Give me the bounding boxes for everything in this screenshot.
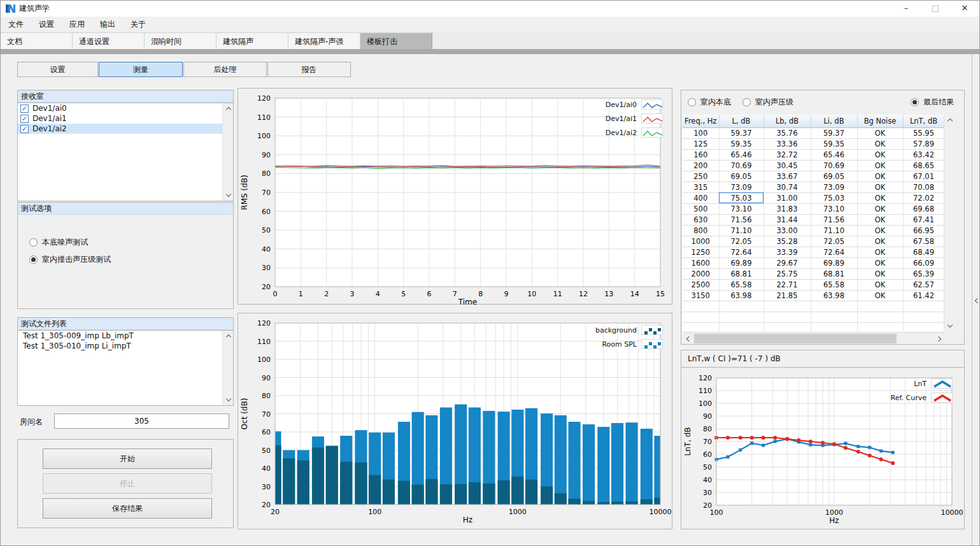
table-cell[interactable]: 70.69	[811, 160, 857, 171]
test-option[interactable]: 室内撞击声压级测试	[29, 251, 233, 268]
collapse-panel-arrow[interactable]	[974, 298, 979, 303]
table-cell[interactable]	[683, 301, 719, 312]
table-cell[interactable]: 800	[683, 225, 719, 236]
start-button[interactable]: 开始	[43, 449, 212, 469]
table-cell[interactable]: 1600	[683, 257, 719, 268]
table-cell[interactable]	[857, 312, 903, 322]
checkbox-icon[interactable]: ✓	[20, 115, 29, 123]
table-cell[interactable]: 69.05	[811, 171, 857, 182]
table-cell[interactable]	[811, 322, 857, 331]
menu-file[interactable]: 文件	[1, 17, 31, 32]
table-cell[interactable]: 68.65	[903, 160, 944, 171]
table-cell[interactable]: 75.03	[719, 192, 763, 203]
table-cell[interactable]: 65.39	[903, 268, 944, 279]
receiver-list-scrollbar[interactable]	[222, 103, 233, 201]
subtab-setup[interactable]: 设置	[17, 62, 98, 77]
table-cell[interactable]: 69.05	[719, 171, 763, 182]
table-cell[interactable]: 65.46	[719, 149, 763, 160]
side-splitter[interactable]	[972, 54, 980, 546]
table-cell[interactable]: 57.89	[903, 138, 944, 149]
checkbox-icon[interactable]: ✓	[20, 104, 29, 113]
menu-settings[interactable]: 设置	[31, 17, 62, 32]
room-name-input[interactable]	[54, 413, 229, 429]
table-cell[interactable]: 71.56	[811, 214, 857, 225]
table-cell[interactable]	[763, 301, 811, 312]
table-cell[interactable]: 125	[683, 138, 719, 149]
table-cell[interactable]: OK	[857, 160, 903, 171]
receiver-item[interactable]: ✓Dev1/ai1	[18, 113, 233, 124]
table-cell[interactable]: 72.05	[811, 236, 857, 247]
table-cell[interactable]	[903, 301, 944, 312]
hscroll-thumb[interactable]	[694, 334, 897, 343]
tab-building-insulation[interactable]: 建筑隔声	[217, 32, 288, 49]
receiver-item[interactable]: ✓Dev1/ai2	[18, 124, 233, 134]
table-cell[interactable]: 72.05	[719, 236, 763, 247]
radio-icon[interactable]	[742, 98, 751, 106]
table-col-header[interactable]: Li, dB	[811, 115, 857, 127]
table-cell[interactable]: 59.37	[719, 127, 763, 138]
file-list-scrollbar[interactable]	[222, 331, 233, 405]
table-cell[interactable]	[719, 312, 763, 322]
table-cell[interactable]: 69.89	[811, 257, 857, 268]
tab-document[interactable]: 文档	[1, 32, 73, 49]
tab-building-insulation-intensity[interactable]: 建筑隔声-声强	[288, 32, 360, 49]
table-cell[interactable]: 63.42	[903, 149, 944, 160]
table-cell[interactable]: OK	[857, 149, 903, 160]
scroll-right-icon[interactable]	[935, 336, 941, 341]
table-cell[interactable]	[903, 312, 944, 322]
table-cell[interactable]: 400	[683, 192, 719, 203]
menu-apply[interactable]: 应用	[62, 17, 92, 32]
scroll-left-icon[interactable]	[686, 336, 691, 341]
table-cell[interactable]: 70.08	[903, 182, 944, 192]
table-cell[interactable]: 73.10	[811, 203, 857, 214]
table-cell[interactable]: 59.35	[719, 138, 763, 149]
minimize-button[interactable]: –	[891, 1, 921, 17]
table-cell[interactable]: 69.89	[719, 257, 763, 268]
table-cell[interactable]: 31.00	[763, 192, 811, 203]
table-cell[interactable]: 71.56	[719, 214, 763, 225]
table-cell[interactable]	[683, 312, 719, 322]
table-cell[interactable]: 31.44	[763, 214, 811, 225]
table-cell[interactable]	[857, 301, 903, 312]
table-col-header[interactable]: LnT, dB	[903, 115, 944, 127]
table-cell[interactable]: OK	[857, 290, 903, 301]
table-cell[interactable]: 65.58	[811, 279, 857, 290]
result-radio-2[interactable]: 最后结果	[911, 97, 954, 108]
table-cell[interactable]: 31.83	[763, 203, 811, 214]
scroll-up-icon[interactable]	[947, 119, 952, 124]
table-cell[interactable]: 500	[683, 203, 719, 214]
table-cell[interactable]: 3150	[683, 290, 719, 301]
table-cell[interactable]: 35.28	[763, 236, 811, 247]
radio-icon[interactable]	[29, 255, 38, 264]
table-cell[interactable]: 100	[683, 127, 719, 138]
table-cell[interactable]: 71.10	[811, 225, 857, 236]
table-col-header[interactable]: L, dB	[719, 115, 763, 127]
table-cell[interactable]: 59.35	[811, 138, 857, 149]
table-cell[interactable]: 33.39	[763, 247, 811, 257]
table-cell[interactable]: 68.81	[719, 268, 763, 279]
receiver-item[interactable]: ✓Dev1/ai0	[18, 103, 233, 113]
table-cell[interactable]: 630	[683, 214, 719, 225]
table-cell[interactable]: 65.58	[719, 279, 763, 290]
table-cell[interactable]: 67.01	[903, 171, 944, 182]
table-cell[interactable]: 1000	[683, 236, 719, 247]
result-radio-1[interactable]: 室内声压级	[742, 97, 793, 108]
table-cell[interactable]: 67.41	[903, 214, 944, 225]
table-cell[interactable]: 68.49	[903, 247, 944, 257]
table-cell[interactable]: 63.98	[719, 290, 763, 301]
scroll-down-icon[interactable]	[225, 396, 231, 401]
test-file-item[interactable]: Test 1_305-009_imp Lb_impT	[18, 331, 233, 341]
radio-icon[interactable]	[688, 98, 696, 106]
table-cell[interactable]: 2000	[683, 268, 719, 279]
table-cell[interactable]: 200	[683, 160, 719, 171]
maximize-button[interactable]: □	[921, 1, 950, 17]
tab-floor-impact[interactable]: 楼板打击	[360, 32, 432, 49]
table-cell[interactable]: 66.95	[903, 225, 944, 236]
result-radio-0[interactable]: 室内本底	[688, 97, 731, 108]
save-results-button[interactable]: 保存结果	[43, 498, 212, 519]
table-cell[interactable]: 25.75	[763, 268, 811, 279]
table-cell[interactable]: OK	[857, 257, 903, 268]
table-col-header[interactable]: Lb, dB	[763, 115, 811, 127]
test-file-item[interactable]: Test 1_305-010_imp Li_impT	[18, 341, 233, 351]
table-cell[interactable]: OK	[857, 182, 903, 192]
